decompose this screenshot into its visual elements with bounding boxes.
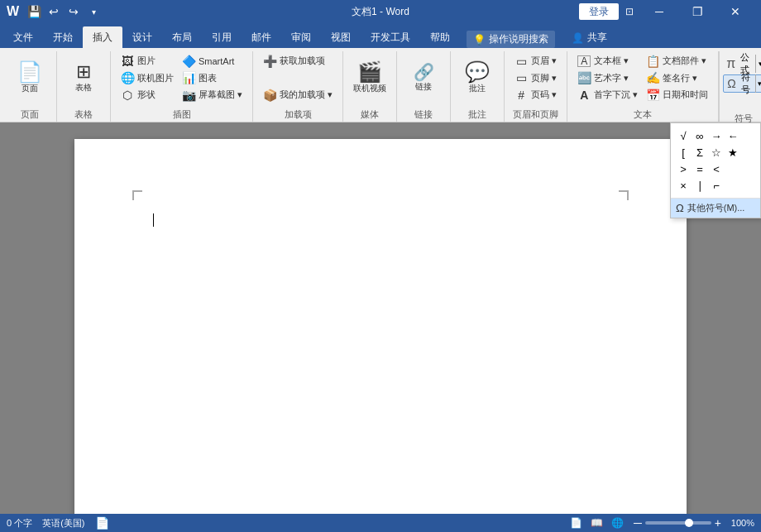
online-video-icon: 🎬 xyxy=(357,62,382,82)
page-icon: 📄 xyxy=(17,62,42,82)
group-addons-label: 加载项 xyxy=(260,107,336,122)
zoom-level[interactable]: 100% xyxy=(725,518,754,528)
datetime-btn[interactable]: 📅 日期和时间 xyxy=(643,87,711,103)
tab-mailings[interactable]: 邮件 xyxy=(242,26,281,48)
restore-button[interactable]: ❐ xyxy=(678,0,716,23)
wordart-btn[interactable]: 🔤 艺术字 ▾ xyxy=(574,70,641,86)
sym-sqrt[interactable]: √ xyxy=(676,128,691,143)
zoom-thumb[interactable] xyxy=(685,519,693,527)
login-button[interactable]: 登录 xyxy=(579,3,619,20)
sym-eq[interactable]: = xyxy=(692,161,707,176)
wordart-label: 艺术字 ▾ xyxy=(594,72,629,84)
my-addon-btn[interactable]: 📦 我的加载项 ▾ xyxy=(260,87,336,103)
symbol-row-2: [ Σ ☆ ★ xyxy=(676,145,755,160)
customize-quick-btn[interactable]: ▾ xyxy=(85,3,102,20)
read-mode-btn[interactable]: 📖 xyxy=(587,515,606,530)
footer-btn[interactable]: ▭ 页脚 ▾ xyxy=(511,70,560,86)
group-text-label: 文本 xyxy=(574,107,711,122)
tab-insert[interactable]: 插入 xyxy=(83,26,122,48)
web-layout-btn[interactable]: 🌐 xyxy=(608,515,627,530)
group-comments: 💬 批注 批注 xyxy=(451,51,505,122)
zoom-out-btn[interactable]: ─ xyxy=(634,516,642,530)
get-addon-btn[interactable]: ➕ 获取加载项 xyxy=(260,53,336,69)
textbox-btn[interactable]: A 文本框 ▾ xyxy=(574,53,641,69)
share-label: 共享 xyxy=(587,31,607,45)
smartart-btn[interactable]: 🔷 SmartArt xyxy=(179,53,246,69)
chart-btn[interactable]: 📊 图表 xyxy=(179,70,246,86)
table-btn[interactable]: ⊞ 表格 xyxy=(64,53,103,103)
docpart-btn[interactable]: 📋 文档部件 ▾ xyxy=(643,53,711,69)
datetime-icon: 📅 xyxy=(646,89,659,102)
corner-top-left xyxy=(132,190,142,200)
tab-review[interactable]: 审阅 xyxy=(281,26,321,48)
pagenum-btn[interactable]: # 页码 ▾ xyxy=(511,87,560,103)
formula-arrow-icon[interactable]: ▾ xyxy=(755,55,761,73)
sym-sigma[interactable]: Σ xyxy=(692,145,707,160)
title-text: 文档1 - Word xyxy=(352,5,409,19)
zoom-slider[interactable] xyxy=(645,521,711,525)
search-box[interactable]: 💡 操作说明搜索 xyxy=(467,31,555,48)
symbol-arrow-icon[interactable]: ▾ xyxy=(755,74,761,93)
header-btn[interactable]: ▭ 页眉 ▾ xyxy=(511,53,560,69)
more-symbols-btn[interactable]: Ω 其他符号(M)... xyxy=(671,198,760,218)
pi-icon: π xyxy=(723,55,739,73)
shape-btn[interactable]: ⬡ 形状 xyxy=(117,87,177,103)
sym-larr[interactable]: ← xyxy=(725,128,740,143)
link-btn[interactable]: 🔗 链接 xyxy=(404,53,443,103)
undo-quick-btn[interactable]: ↩ xyxy=(45,3,62,20)
tab-developer[interactable]: 开发工具 xyxy=(361,26,420,48)
tab-layout[interactable]: 布局 xyxy=(162,26,202,48)
print-layout-btn[interactable]: 📄 xyxy=(567,515,586,530)
header-label: 页眉 ▾ xyxy=(531,55,557,67)
sym-corner[interactable]: ⌐ xyxy=(709,178,724,193)
sym-star-f[interactable]: ★ xyxy=(725,145,740,160)
online-video-btn[interactable]: 🎬 联机视频 xyxy=(350,53,390,103)
tab-references[interactable]: 引用 xyxy=(202,26,242,48)
dropcap-btn[interactable]: A 首字下沉 ▾ xyxy=(574,87,641,103)
symbol-btn[interactable]: Ω 符号 ▾ xyxy=(723,74,761,93)
redo-quick-btn[interactable]: ↪ xyxy=(65,3,82,20)
shape-icon: ⬡ xyxy=(121,89,134,102)
screenshot-btn[interactable]: 📷 屏幕截图 ▾ xyxy=(179,87,246,103)
picture-btn[interactable]: 🖼 图片 xyxy=(117,53,177,69)
sym-gt[interactable]: > xyxy=(676,161,691,176)
language[interactable]: 英语(美国) xyxy=(42,517,84,530)
sym-times[interactable]: × xyxy=(676,178,691,193)
sym-lt[interactable]: < xyxy=(709,161,724,176)
online-picture-icon: 🌐 xyxy=(121,71,134,84)
wordart-icon: 🔤 xyxy=(577,71,591,84)
group-illus-label: 插图 xyxy=(117,107,246,122)
document-area[interactable] xyxy=(0,122,761,514)
tab-help[interactable]: 帮助 xyxy=(420,26,460,48)
sym-rarr[interactable]: → xyxy=(709,128,724,143)
sym-star-o[interactable]: ☆ xyxy=(709,145,724,160)
group-links: 🔗 链接 链接 xyxy=(397,51,451,122)
ribbon-tabs: 文件 开始 插入 设计 布局 引用 邮件 审阅 视图 开发工具 帮助 💡 操作说… xyxy=(0,23,761,48)
sym-vbar[interactable]: ∣ xyxy=(692,178,707,193)
save-quick-btn[interactable]: 💾 xyxy=(26,3,42,20)
tab-file[interactable]: 文件 xyxy=(3,26,43,48)
online-video-label: 联机视频 xyxy=(353,84,386,93)
close-button[interactable]: ✕ xyxy=(716,0,754,23)
sym-lbracket[interactable]: [ xyxy=(676,145,691,160)
tab-home[interactable]: 开始 xyxy=(43,26,83,48)
minimize-button[interactable]: ─ xyxy=(640,0,678,23)
formula-btn[interactable]: π 公式 ▾ xyxy=(723,55,761,73)
pagenum-label: 页码 ▾ xyxy=(531,89,557,101)
page-btn[interactable]: 📄 页面 xyxy=(10,53,50,103)
tab-design[interactable]: 设计 xyxy=(122,26,162,48)
illus-small-group: 🖼 图片 🌐 联机图片 ⬡ 形状 xyxy=(117,53,177,103)
title-left: W 💾 ↩ ↪ ▾ xyxy=(7,3,102,20)
docpart-label: 文档部件 ▾ xyxy=(663,55,706,67)
tab-view[interactable]: 视图 xyxy=(321,26,361,48)
addons-small-group: ➕ 获取加载项 📦 我的加载项 ▾ xyxy=(260,53,336,103)
symbols-top: π 公式 ▾ Ω 符号 ▾ xyxy=(723,51,761,111)
group-header-footer: ▭ 页眉 ▾ ▭ 页脚 ▾ # 页码 ▾ 页眉和页脚 xyxy=(505,51,567,122)
sym-inf[interactable]: ∞ xyxy=(692,128,707,143)
comment-btn[interactable]: 💬 批注 xyxy=(457,53,497,103)
online-picture-btn[interactable]: 🌐 联机图片 xyxy=(117,70,177,86)
zoom-in-btn[interactable]: + xyxy=(715,516,721,530)
docpart-icon: 📋 xyxy=(646,55,659,68)
signline-btn[interactable]: ✍ 签名行 ▾ xyxy=(643,70,711,86)
share-button[interactable]: 👤 共享 xyxy=(565,27,614,48)
